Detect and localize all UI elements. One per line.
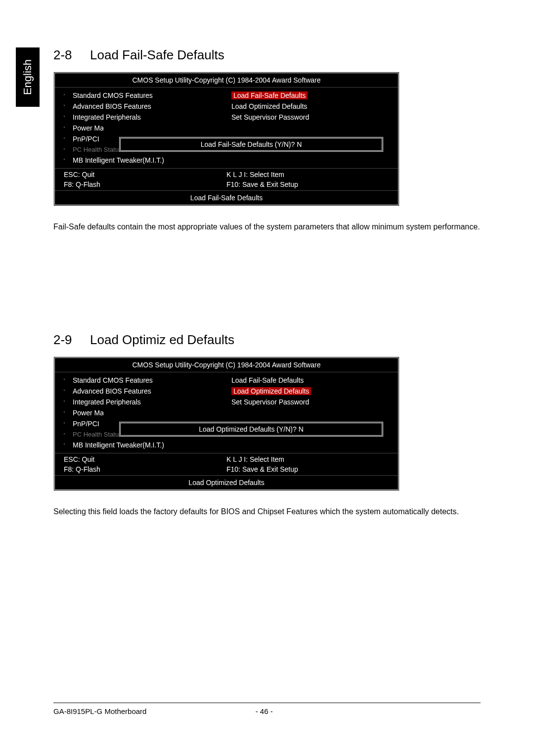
confirm-popup-text: Load Optimized Defaults (Y/N)? N — [199, 425, 304, 433]
bios-left-col-1: Standard CMOS Features Advanced BIOS Fea… — [73, 91, 231, 164]
menu-item[interactable]: Power Ma — [73, 409, 231, 417]
bios-right-col-1: Load Fail-Safe Defaults Load Optimized D… — [231, 91, 390, 164]
section-heading-1: 2-8 Load Fail-Safe Defaults — [53, 47, 481, 63]
confirm-popup-1[interactable]: Load Fail-Safe Defaults (Y/N)? N — [119, 137, 383, 152]
key-hint: K L J I: Select Item — [226, 171, 389, 178]
section-number-1: 2-8 — [53, 47, 76, 63]
menu-item[interactable]: Advanced BIOS Features — [73, 102, 231, 110]
page-footer: GA-8I915PL-G Motherboard - 46 - — [53, 703, 481, 715]
language-tab: English — [16, 47, 40, 107]
menu-item[interactable]: Advanced BIOS Features — [73, 387, 231, 395]
section-title-2: Load Optimiz ed Defaults — [90, 332, 234, 348]
key-hint: F10: Save & Exit Setup — [226, 465, 389, 473]
bios-footer-caption-1: Load Fail-Safe Defaults — [55, 190, 398, 205]
section-body-2: Selecting this field loads the factory d… — [53, 505, 481, 518]
footer-page-number: - 46 - — [47, 707, 481, 715]
key-hint: ESC: Quit — [64, 171, 226, 178]
key-hint: ESC: Quit — [64, 455, 226, 463]
menu-item[interactable]: MB Intelligent Tweaker(M.I.T.) — [73, 156, 231, 164]
bios-footer-keys-2: ESC: Quit F8: Q-Flash K L J I: Select It… — [55, 453, 398, 475]
section-heading-2: 2-9 Load Optimiz ed Defaults — [53, 332, 481, 348]
menu-item[interactable]: Load Optimized Defaults — [231, 387, 390, 395]
key-hint: K L J I: Select Item — [226, 455, 389, 463]
menu-item[interactable]: Power Ma — [73, 124, 231, 132]
page: English 2-8 Load Fail-Safe Defaults CMOS… — [0, 0, 534, 756]
bios-footer-caption-2: Load Optimized Defaults — [55, 475, 398, 489]
confirm-popup-text: Load Fail-Safe Defaults (Y/N)? N — [201, 140, 302, 148]
menu-item[interactable]: Load Fail-Safe Defaults — [231, 91, 390, 99]
confirm-popup-2[interactable]: Load Optimized Defaults (Y/N)? N — [119, 422, 383, 437]
key-hint: F10: Save & Exit Setup — [226, 180, 389, 188]
key-hint: F8: Q-Flash — [64, 180, 226, 188]
key-hint: F8: Q-Flash — [64, 465, 226, 473]
bios-screen-1: CMOS Setup Utility-Copyright (C) 1984-20… — [53, 72, 400, 206]
footer-right-col: K L J I: Select Item F10: Save & Exit Se… — [226, 455, 389, 473]
menu-item[interactable]: Set Supervisor Password — [231, 398, 390, 406]
bios-title-1: CMOS Setup Utility-Copyright (C) 1984-20… — [55, 73, 398, 88]
bios-screen-2: CMOS Setup Utility-Copyright (C) 1984-20… — [53, 356, 400, 491]
menu-item[interactable]: Set Supervisor Password — [231, 113, 390, 121]
footer-left-col: ESC: Quit F8: Q-Flash — [64, 171, 226, 188]
section-title-1: Load Fail-Safe Defaults — [90, 47, 224, 63]
bios-body-1: Standard CMOS Features Advanced BIOS Fea… — [55, 88, 398, 168]
footer-right-col: K L J I: Select Item F10: Save & Exit Se… — [226, 171, 389, 188]
menu-item[interactable]: Integrated Peripherals — [73, 398, 231, 406]
menu-item[interactable]: MB Intelligent Tweaker(M.I.T.) — [73, 441, 231, 449]
bios-right-col-2: Load Fail-Safe Defaults Load Optimized D… — [231, 376, 390, 449]
section-number-2: 2-9 — [53, 332, 76, 348]
bios-left-col-2: Standard CMOS Features Advanced BIOS Fea… — [73, 376, 231, 449]
bios-body-2: Standard CMOS Features Advanced BIOS Fea… — [55, 372, 398, 453]
footer-left-col: ESC: Quit F8: Q-Flash — [64, 455, 226, 473]
menu-item[interactable]: Standard CMOS Features — [73, 376, 231, 384]
section-body-1: Fail-Safe defaults contain the most appr… — [53, 220, 481, 233]
bios-footer-keys-1: ESC: Quit F8: Q-Flash K L J I: Select It… — [55, 168, 398, 190]
menu-item[interactable]: Load Fail-Safe Defaults — [231, 376, 390, 384]
bios-title-2: CMOS Setup Utility-Copyright (C) 1984-20… — [55, 358, 398, 372]
menu-item[interactable]: Load Optimized Defaults — [231, 102, 390, 110]
menu-item[interactable]: Integrated Peripherals — [73, 113, 231, 121]
menu-item[interactable]: Standard CMOS Features — [73, 91, 231, 99]
language-tab-label: English — [21, 59, 34, 95]
